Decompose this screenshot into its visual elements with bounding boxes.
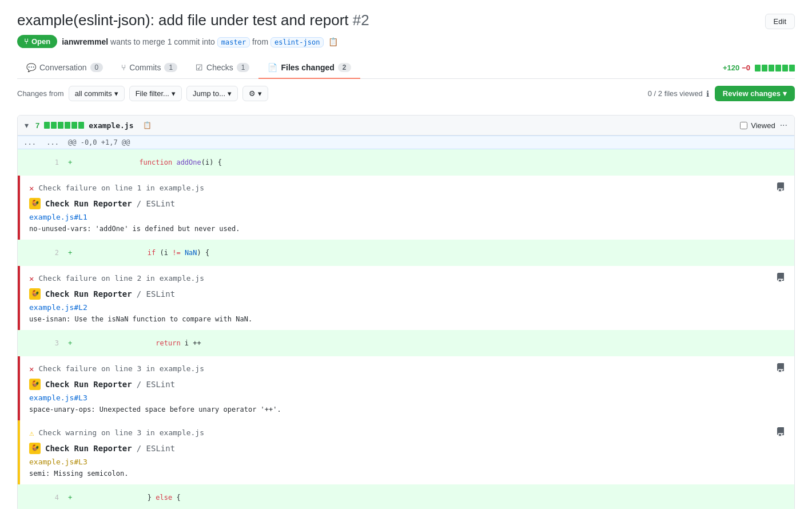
stat-block-2 <box>51 122 57 129</box>
annotate-btn-1[interactable] <box>776 182 785 193</box>
diff-line-1: 1 + function addOne(i) { <box>18 149 794 176</box>
line-num-new-1: 1 <box>41 149 63 176</box>
more-options-button[interactable]: ··· <box>780 120 787 130</box>
check-header-3: ✕ Check failure on line 3 in example.js <box>29 363 785 374</box>
copy-icon[interactable]: 📋 <box>328 37 338 46</box>
check-message-2: use-isnan: Use the isNaN function to com… <box>29 315 785 323</box>
line-code-3: return i ++ <box>77 330 794 356</box>
files-right: 0 / 2 files viewed ℹ Review changes ▾ <box>648 86 795 101</box>
reporter-sep-3: / ESLint <box>137 380 175 389</box>
annotate-icon-3 <box>776 363 785 372</box>
check-link-2[interactable]: example.js#L2 <box>29 303 785 312</box>
check-reporter-1: 🐓 Check Run Reporter / ESLint <box>29 198 785 209</box>
jump-to-chevron-icon: ▾ <box>228 89 232 98</box>
file-filter-label: File filter... <box>136 89 169 98</box>
diff-block-2 <box>762 65 767 71</box>
annotation-row-2: ✕ Check failure on line 2 in example.js … <box>18 266 794 330</box>
kw-return: return <box>156 339 180 347</box>
reporter-name-1: Check Run Reporter <box>45 199 132 208</box>
line-code-2: if (i != NaN) { <box>77 240 794 266</box>
target-branch[interactable]: master <box>217 37 250 47</box>
check-header-left-1: ✕ Check failure on line 1 in example.js <box>29 184 204 193</box>
diff-stat: +120 −0 <box>723 63 795 72</box>
check-message-4: semi: Missing semicolon. <box>29 470 785 478</box>
tab-checks-count: 1 <box>237 63 250 72</box>
check-annotation-4: ⚠ Check warning on line 3 in example.js … <box>18 420 794 484</box>
tab-files-changed[interactable]: 📄 Files changed 2 <box>258 57 360 79</box>
title-row: example(eslint-json): add file under tes… <box>17 11 795 29</box>
check-header-left-3: ✕ Check failure on line 3 in example.js <box>29 364 204 373</box>
review-changes-label: Review changes <box>723 89 781 98</box>
check-failure-text-1: Check failure on line 1 in example.js <box>38 184 204 192</box>
check-annotation-3: ✕ Check failure on line 3 in example.js … <box>18 356 794 420</box>
line-num-old-2 <box>18 240 41 266</box>
check-header-4: ⚠ Check warning on line 3 in example.js <box>29 427 785 438</box>
check-header-2: ✕ Check failure on line 2 in example.js <box>29 273 785 284</box>
file-header-left: ▾ 7 example.js 📋 <box>25 121 152 130</box>
line-sign-3: + <box>63 330 77 356</box>
files-viewed-count: 0 / 2 files viewed <box>648 89 703 98</box>
files-icon: 📄 <box>268 63 277 72</box>
check-message-1: no-unused-vars: 'addOne' is defined but … <box>29 225 785 233</box>
pr-title-text: example(eslint-json): add file under tes… <box>17 11 349 29</box>
edit-button[interactable]: Edit <box>765 14 795 29</box>
stat-block-3 <box>58 122 63 129</box>
line-sign-2: + <box>63 240 77 266</box>
review-changes-button[interactable]: Review changes ▾ <box>715 86 795 101</box>
reporter-sep-4: / ESLint <box>137 444 175 453</box>
tabs-row: 💬 Conversation 0 ⑂ Commits 1 ☑ Checks 1 … <box>17 57 795 79</box>
toggle-icon[interactable]: ▾ <box>25 121 29 130</box>
merge-icon: ⑂ <box>24 37 29 46</box>
source-branch[interactable]: eslint-json <box>270 37 324 47</box>
reporter-sep-1: / ESLint <box>137 199 175 208</box>
jump-to-button[interactable]: Jump to... ▾ <box>186 86 238 101</box>
check-message-3: space-unary-ops: Unexpected space before… <box>29 405 785 413</box>
copy-file-name-button[interactable]: 📋 <box>143 121 152 129</box>
check-failure-text-3: Check failure on line 3 in example.js <box>38 364 204 373</box>
line-num-new-4: 4 <box>41 484 63 509</box>
diff-hunk-header: ... ... @@ -0,0 +1,7 @@ <box>18 136 794 149</box>
annotation-row-3: ✕ Check failure on line 3 in example.js … <box>18 356 794 420</box>
tab-conversation-count: 0 <box>90 63 104 72</box>
tab-checks-label: Checks <box>206 63 233 72</box>
annotate-icon-2 <box>776 273 785 282</box>
meta-wants-text: wants to merge 1 commit into <box>110 37 217 46</box>
check-failure-text-2: Check failure on line 2 in example.js <box>38 274 204 283</box>
tab-commits-count: 1 <box>164 63 177 72</box>
info-icon[interactable]: ℹ <box>706 89 709 98</box>
tab-files-count: 2 <box>338 63 351 72</box>
viewed-checkbox[interactable] <box>740 122 747 129</box>
annotate-btn-2[interactable] <box>776 273 785 284</box>
file-filter-chevron-icon: ▾ <box>172 89 176 98</box>
check-link-1[interactable]: example.js#L1 <box>29 213 785 221</box>
line-sign-1: + <box>63 149 77 176</box>
check-header-1: ✕ Check failure on line 1 in example.js <box>29 182 785 193</box>
check-header-left-2: ✕ Check failure on line 2 in example.js <box>29 274 204 283</box>
check-link-3[interactable]: example.js#L3 <box>29 393 785 402</box>
error-icon-1: ✕ <box>29 184 34 193</box>
tab-checks[interactable]: ☑ Checks 1 <box>186 57 258 79</box>
annotation-row-1: ✕ Check failure on line 1 in example.js … <box>18 176 794 240</box>
tab-commits-label: Commits <box>129 63 161 72</box>
all-commits-filter[interactable]: all commits ▾ <box>69 86 125 101</box>
gear-button[interactable]: ⚙ ▾ <box>242 86 268 101</box>
annotate-btn-3[interactable] <box>776 363 785 374</box>
tab-commits[interactable]: ⑂ Commits 1 <box>112 57 186 79</box>
changes-from-label: Changes from <box>17 89 64 98</box>
reporter-name-3: Check Run Reporter <box>45 380 132 389</box>
line-num-old-1 <box>18 149 41 176</box>
chevron-down-icon: ▾ <box>114 89 118 98</box>
meta-row: ⑂ Open ianwremmel wants to merge 1 commi… <box>17 35 795 48</box>
viewed-label[interactable]: Viewed <box>740 121 775 130</box>
reporter-avatar-3: 🐓 <box>29 379 41 390</box>
pr-title: example(eslint-json): add file under tes… <box>17 11 369 29</box>
tab-conversation[interactable]: 💬 Conversation 0 <box>17 57 112 79</box>
reporter-name-4: Check Run Reporter <box>45 444 132 453</box>
annotate-btn-4[interactable] <box>776 427 785 438</box>
file-name[interactable]: example.js <box>89 121 133 130</box>
check-link-4[interactable]: example.js#L3 <box>29 458 785 466</box>
hunk-text: @@ -0,0 +1,7 @@ <box>63 136 794 149</box>
diff-block-6 <box>789 65 795 71</box>
file-filter-button[interactable]: File filter... ▾ <box>129 86 182 101</box>
open-badge: ⑂ Open <box>17 35 57 48</box>
